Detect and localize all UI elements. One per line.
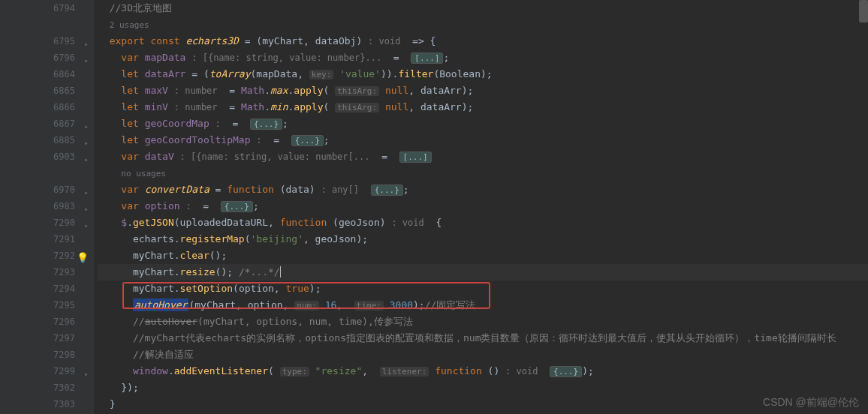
code-line[interactable]: var dataV : [{name: string, value: numbe… (98, 148, 868, 165)
fold-icon[interactable]: ▸ (84, 152, 89, 168)
code-line[interactable]: autoHover(myChart, option, num: 16, time… (98, 297, 868, 314)
watermark-text: CSDN @前端@伦伦 (763, 396, 859, 410)
code-line[interactable]: let minV : number = Math.min.apply( this… (98, 99, 868, 116)
code-line[interactable]: let geoCoordTooltipMap : = {...}; (98, 132, 868, 148)
code-line[interactable]: $.getJSON(uploadedDataURL, function (geo… (98, 214, 868, 231)
code-line[interactable]: } (98, 396, 868, 412)
code-line[interactable]: myChart.setOption(option, true); (98, 280, 868, 297)
fold-icon[interactable]: ▸ (84, 118, 89, 135)
lightbulb-icon[interactable]: 💡 (77, 250, 89, 266)
code-line[interactable]: echarts.registerMap('beijing', geoJson); (98, 231, 868, 248)
line-number-gutter: 6794 6795▸ 6796▸ 6864 6865 6866 6867▸ 68… (0, 0, 94, 414)
code-line[interactable]: let geoCoordMap : = {...}; (98, 116, 868, 132)
fold-icon[interactable]: ▸ (84, 218, 89, 234)
code-line[interactable]: //解决自适应 (98, 346, 868, 363)
fold-icon[interactable]: ▸ (84, 135, 89, 152)
code-editor[interactable]: 6794 6795▸ 6796▸ 6864 6865 6866 6867▸ 68… (0, 0, 868, 414)
code-line[interactable]: }); (98, 380, 868, 396)
usage-hint: 2 usages (98, 16, 868, 33)
code-line[interactable]: var mapData : [{name: string, value: num… (98, 50, 868, 66)
fold-icon[interactable]: ▸ (84, 184, 89, 201)
fold-icon[interactable]: ▸ (84, 366, 89, 382)
selection: autoHover (133, 298, 188, 311)
code-line-current[interactable]: myChart.resize(); /*...*/ (98, 264, 868, 280)
code-area[interactable]: //3D北京地图 2 usages export const echarts3D… (94, 0, 868, 414)
fold-icon[interactable]: ▸ (84, 36, 89, 52)
fold-icon[interactable]: ▸ (84, 201, 89, 218)
code-line[interactable]: let maxV : number = Math.max.apply( this… (98, 82, 868, 99)
code-line[interactable]: //3D北京地图 (98, 0, 868, 16)
fold-icon[interactable]: ▸ (84, 52, 89, 69)
code-line[interactable]: var option : = {...}; (98, 198, 868, 214)
text-cursor (280, 266, 281, 278)
code-line[interactable]: window.addEventListener( type: "resize",… (98, 363, 868, 380)
vertical-scrollbar[interactable] (859, 0, 868, 22)
usage-hint: no usages (98, 165, 868, 182)
code-line[interactable]: //autoHover(myChart, options, num, time)… (98, 314, 868, 330)
code-line[interactable]: export const echarts3D = (myChart, dataO… (98, 33, 868, 50)
code-line[interactable]: let dataArr = (toArray(mapData, key: 'va… (98, 66, 868, 82)
code-line[interactable]: //myChart代表echarts的实例名称，options指定图表的配置项和… (98, 330, 868, 346)
code-line[interactable]: var convertData = function (data) : any[… (98, 182, 868, 198)
code-line[interactable]: myChart.clear(); (98, 248, 868, 264)
